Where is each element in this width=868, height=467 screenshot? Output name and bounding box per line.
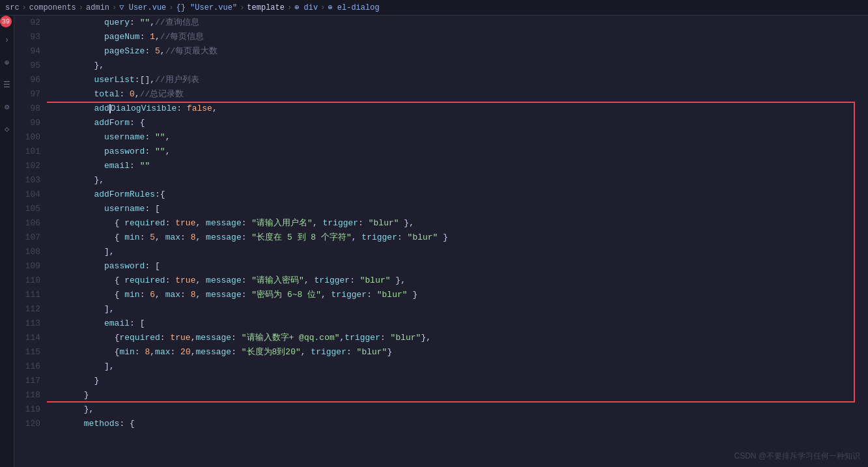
line-number: 103	[14, 173, 40, 188]
code-line: },	[53, 403, 868, 417]
code-token-key: pageSize	[104, 44, 145, 59]
code-token-string: "blur"	[377, 288, 408, 302]
code-token-white: :	[242, 231, 252, 245]
code-token-key: message	[206, 231, 242, 245]
code-token-key: methods	[84, 417, 120, 431]
code-line: { min: 5, max: 8, message: "长度在 5 到 8 个字…	[53, 231, 868, 245]
code-token-key: pageNum	[104, 30, 140, 44]
code-token-string: ""	[140, 159, 150, 173]
code-token-key: max	[155, 345, 170, 360]
breadcrumb-eldialog: ⊕ el-dialog	[328, 3, 379, 12]
breadcrumb-bar: src › components › admin › ▽ User.vue › …	[0, 0, 868, 16]
code-line: ],	[53, 360, 868, 374]
code-token-string: "长度在 5 到 8 个字符"	[251, 231, 351, 245]
code-token-white: : [	[145, 259, 160, 274]
line-number: 99	[14, 116, 40, 130]
code-line: { required: true, message: "请输入用户名", tri…	[53, 216, 868, 231]
line-numbers: 9293949596979899100101102103104105106107…	[14, 16, 47, 467]
code-token-white: :	[160, 331, 171, 345]
sidebar-icon-4[interactable]: ⚙	[2, 102, 12, 112]
code-token-key: addForm	[94, 116, 130, 130]
code-token-key: email	[104, 317, 130, 331]
line-number: 101	[14, 145, 40, 159]
line-number: 115	[14, 345, 40, 360]
code-token-white: ],	[104, 245, 115, 259]
code-token-num: 5	[155, 44, 160, 59]
code-line: {min: 8,max: 20,message: "长度为8到20", trig…	[53, 345, 868, 360]
code-line: username: "",	[53, 130, 868, 145]
editor: 9293949596979899100101102103104105106107…	[14, 16, 868, 467]
code-line: email: ""	[53, 159, 868, 173]
code-token-white: :	[231, 345, 242, 360]
code-token-white: :	[140, 231, 150, 245]
code-token-key: username	[104, 202, 145, 216]
code-area[interactable]: query: "",//查询信息 pageNum: 1,//每页信息 pageS…	[47, 16, 868, 467]
code-token-key: required	[124, 216, 165, 231]
code-token-white: }	[387, 345, 392, 360]
breadcrumb-admin: admin	[86, 3, 109, 12]
code-token-num: 1	[150, 30, 155, 44]
code-token-white: ,	[313, 216, 323, 231]
code-token-white: }	[84, 388, 89, 403]
code-line: addForm: {	[53, 116, 868, 130]
code-token-white: ,	[191, 345, 196, 360]
code-token-string: "密码为 6~8 位"	[251, 288, 321, 302]
editor-content: 9293949596979899100101102103104105106107…	[14, 16, 868, 467]
code-token-white: {	[115, 331, 120, 345]
line-number: 118	[14, 388, 40, 403]
code-token-key: message	[206, 274, 242, 288]
code-token-key: add	[94, 102, 109, 116]
sidebar-icon-5[interactable]: ◇	[2, 124, 12, 134]
line-number: 119	[14, 403, 40, 417]
sep2: ›	[79, 3, 83, 12]
code-token-white: :	[145, 44, 155, 59]
breadcrumb-template: template	[247, 3, 285, 12]
code-token-white: :[],	[135, 73, 155, 87]
sep6: ›	[287, 3, 292, 12]
code-token-white: }	[408, 288, 418, 302]
code-token-white: ,	[340, 331, 345, 345]
code-token-key: message	[206, 216, 242, 231]
code-token-white: ,	[160, 44, 165, 59]
notification-badge[interactable]: 39	[0, 16, 12, 27]
code-token-white: ,	[150, 345, 155, 360]
code-line: }	[53, 374, 868, 388]
code-token-bool: true	[175, 216, 195, 231]
breadcrumb-src: src	[5, 3, 20, 12]
sidebar-icon-2[interactable]: ⊕	[2, 57, 12, 68]
code-token-key: addFormRules	[94, 188, 155, 202]
code-token-white: :	[176, 102, 187, 116]
sidebar-icon-3[interactable]: ☰	[2, 79, 12, 90]
sep1: ›	[22, 3, 27, 12]
code-token-key: min	[124, 288, 139, 302]
code-line: username: [	[53, 202, 868, 216]
code-token-key: password	[104, 145, 145, 159]
code-token-white: ,	[165, 130, 171, 145]
code-line: addDialogVisible: false,	[53, 102, 868, 116]
code-token-string: "blur"	[408, 231, 438, 245]
code-token-white: ],	[104, 302, 115, 317]
line-number: 112	[14, 302, 40, 317]
code-token-key: message	[196, 331, 232, 345]
code-line: pageSize: 5,//每页最大数	[53, 44, 868, 59]
code-token-key: query	[104, 16, 130, 30]
code-line: }	[53, 388, 868, 403]
code-token-white: :	[140, 30, 150, 44]
code-token-white: :	[165, 274, 176, 288]
code-token-white: {	[115, 216, 125, 231]
code-token-num: 8	[191, 288, 196, 302]
code-token-string: "blur"	[360, 274, 391, 288]
sidebar-icon-1[interactable]: ›	[2, 35, 12, 46]
code-token-white: },	[84, 403, 94, 417]
line-number: 94	[14, 44, 40, 59]
code-token-key: trigger	[331, 288, 367, 302]
code-line: },	[53, 173, 868, 188]
code-token-string: "blur"	[391, 331, 421, 345]
code-token-white: :	[145, 130, 155, 145]
line-number: 116	[14, 360, 40, 374]
code-token-white: :	[242, 216, 252, 231]
code-token-white: :	[119, 87, 130, 102]
code-token-white: :	[346, 345, 357, 360]
code-token-white: :	[242, 274, 252, 288]
code-token-key: userList	[94, 73, 134, 87]
